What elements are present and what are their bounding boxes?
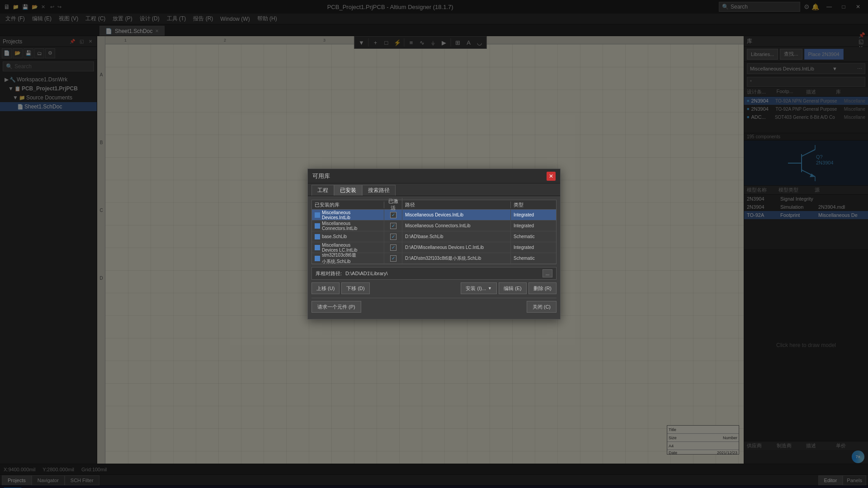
col-type: 类型: [511, 202, 556, 208]
modal-bottom-buttons: 请求一个元件 (P) 关闭 (C): [311, 298, 557, 315]
lib-path-0: Miscellaneous Devices.IntLib: [402, 210, 511, 220]
lib-icon-3: [315, 245, 320, 250]
lib-path-3: D:\AD\Miscellaneous Devices LC.IntLib: [402, 242, 511, 253]
path-value: D:\AD\AD1\Library\: [345, 271, 539, 276]
modal-path-row: 库相对路径: D:\AD\AD1\Library\ ...: [311, 267, 557, 280]
lib-name-3: Miscellaneous Devices LC.IntLib: [312, 242, 384, 253]
lib-type-1: Integrated: [511, 221, 556, 231]
modal-tab-project[interactable]: 工程: [311, 185, 334, 196]
modal-overlay: 可用库 ✕ 工程 已安装 搜索路径 已安装的库 已激活 路径 类型 Miscel…: [0, 0, 868, 488]
lib-checkbox-0[interactable]: ✓: [390, 212, 396, 218]
lib-table: Miscellaneous Devices.IntLib ✓ Miscellan…: [311, 210, 557, 264]
modal-close-button[interactable]: ✕: [547, 172, 556, 181]
lib-icon-1: [315, 223, 320, 229]
move-up-button[interactable]: 上移 (U): [311, 282, 340, 294]
lib-active-3[interactable]: ✓: [384, 242, 402, 253]
lib-checkbox-2[interactable]: ✓: [390, 234, 396, 240]
lib-name-1: Miscellaneous Connectors.IntLib: [312, 221, 384, 231]
lib-type-4: Schematic: [511, 253, 556, 263]
modal-content: 已安装的库 已激活 路径 类型 Miscellaneous Devices.In…: [308, 196, 560, 319]
install-button[interactable]: 安装 (I)... ▼: [461, 282, 497, 294]
lib-table-header: 已安装的库 已激活 路径 类型: [311, 200, 557, 210]
modal-action-buttons: 上移 (U) 下移 (D) 安装 (I)... ▼ 编辑 (E) 删除 (R): [311, 282, 557, 294]
lib-active-4[interactable]: ✓: [384, 253, 402, 263]
lib-type-3: Integrated: [511, 242, 556, 253]
lib-icon-4: [315, 256, 320, 261]
modal-tabs: 工程 已安装 搜索路径: [308, 183, 560, 196]
delete-button[interactable]: 删除 (R): [528, 282, 557, 294]
lib-type-2: Schematic: [511, 231, 556, 242]
col-installed-libs: 已安装的库: [312, 202, 384, 208]
col-path: 路径: [402, 202, 511, 208]
lib-active-1[interactable]: ✓: [384, 221, 402, 231]
lib-icon-2: [315, 234, 320, 239]
path-browse-button[interactable]: ...: [542, 269, 552, 277]
modal-title: 可用库: [312, 172, 330, 180]
lib-row-0[interactable]: Miscellaneous Devices.IntLib ✓ Miscellan…: [312, 210, 556, 221]
lib-name-0: Miscellaneous Devices.IntLib: [312, 210, 384, 220]
move-down-button[interactable]: 下移 (D): [341, 282, 369, 294]
lib-row-4[interactable]: stm32f103c8t6最 小系统.SchLib ✓ D:\AD\stm32f…: [312, 253, 556, 264]
path-label: 库相对路径:: [316, 270, 342, 277]
edit-button[interactable]: 编辑 (E): [499, 282, 527, 294]
lib-type-0: Integrated: [511, 210, 556, 220]
modal-tab-installed[interactable]: 已安装: [334, 185, 362, 196]
lib-name-2: base.SchLib: [312, 231, 384, 242]
request-component-button[interactable]: 请求一个元件 (P): [311, 301, 361, 313]
lib-checkbox-4[interactable]: ✓: [390, 255, 396, 262]
lib-active-0[interactable]: ✓: [384, 210, 402, 220]
lib-checkbox-1[interactable]: ✓: [390, 223, 396, 229]
lib-name-4: stm32f103c8t6最 小系统.SchLib: [312, 253, 384, 263]
lib-row-3[interactable]: Miscellaneous Devices LC.IntLib ✓ D:\AD\…: [312, 242, 556, 253]
lib-icon-0: [315, 212, 320, 218]
modal-available-libs: 可用库 ✕ 工程 已安装 搜索路径 已安装的库 已激活 路径 类型 Miscel…: [307, 169, 561, 319]
install-dropdown-icon: ▼: [488, 286, 492, 291]
modal-header: 可用库 ✕: [308, 169, 560, 183]
lib-path-2: D:\AD\base.SchLib: [402, 231, 511, 242]
lib-active-2[interactable]: ✓: [384, 231, 402, 242]
lib-checkbox-3[interactable]: ✓: [390, 244, 396, 251]
modal-tab-search-path[interactable]: 搜索路径: [362, 185, 396, 196]
lib-row-2[interactable]: base.SchLib ✓ D:\AD\base.SchLib Schemati…: [312, 231, 556, 242]
lib-row-1[interactable]: Miscellaneous Connectors.IntLib ✓ Miscel…: [312, 221, 556, 231]
lib-path-1: Miscellaneous Connectors.IntLib: [402, 221, 511, 231]
lib-path-4: D:\AD\stm32f103c8t6最小系统.SchLib: [402, 253, 511, 263]
close-modal-button[interactable]: 关闭 (C): [527, 301, 557, 313]
